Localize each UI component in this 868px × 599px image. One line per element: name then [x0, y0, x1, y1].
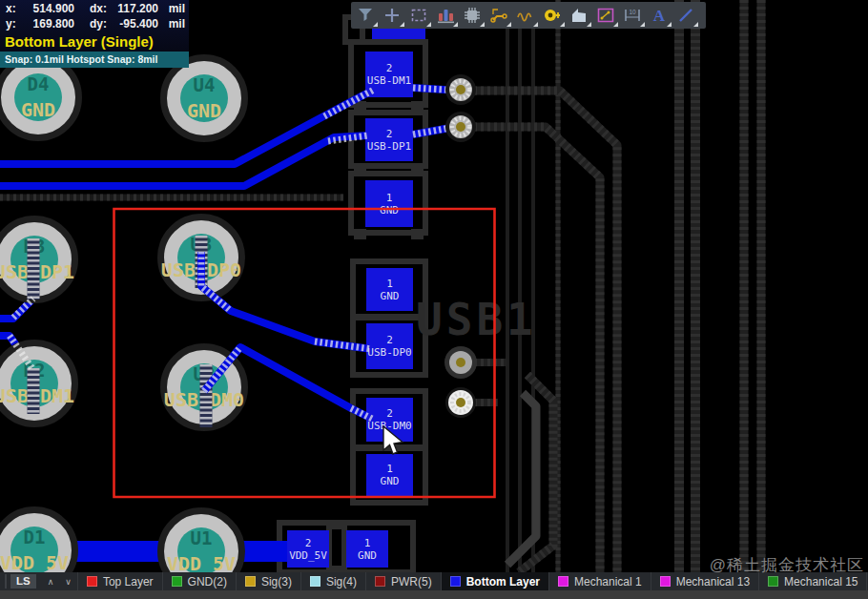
via-tool[interactable] [539, 3, 566, 28]
heads-up-display: x: 514.900 dx: 117.200 mil y: 169.800 dy… [0, 0, 189, 68]
pad-stack-icon [436, 6, 455, 25]
layer-color-swatch [310, 576, 320, 587]
layer-tab-bottom-layer[interactable]: Bottom Layer [441, 572, 548, 590]
dropdown-corner-icon [560, 22, 565, 27]
y-value: 169.800 [21, 17, 74, 31]
layer-color-swatch [87, 576, 97, 587]
layer-color-swatch [558, 576, 568, 587]
mouse-cursor [382, 425, 404, 462]
status-strip [0, 590, 868, 599]
layer-tab-label: PWR(5) [391, 575, 432, 589]
layer-tab-label: Bottom Layer [466, 575, 540, 589]
differential-pair-tool[interactable] [512, 3, 539, 28]
y-label: y: [6, 17, 21, 31]
dropdown-corner-icon [373, 22, 378, 27]
layer-tab-sig-3-[interactable]: Sig(3) [236, 572, 300, 590]
dropdown-corner-icon [453, 22, 458, 27]
dropdown-corner-icon [506, 22, 511, 27]
edge-route-tool[interactable] [592, 3, 619, 28]
dropdown-corner-icon [693, 22, 698, 27]
dropdown-corner-icon [480, 22, 485, 27]
interactive-route-tool[interactable] [486, 3, 512, 28]
polygon-icon [569, 6, 589, 25]
layer-sets-button[interactable]: LS [10, 574, 36, 589]
chevron-down-icon[interactable]: ∨ [59, 577, 77, 587]
layer-tab-label: Top Layer [103, 575, 154, 589]
polygon-pour-tool[interactable] [566, 3, 592, 28]
layer-color-swatch [375, 576, 385, 587]
svg-text:10: 10 [629, 9, 636, 15]
dimension-icon: 10 [623, 6, 642, 25]
dropdown-corner-icon [613, 22, 618, 27]
x-value: 514.900 [21, 2, 74, 15]
via-icon [543, 6, 562, 25]
snap-info: Snap: 0.1mil Hotspot Snap: 8mil [0, 52, 189, 68]
pad-tool[interactable] [432, 3, 459, 28]
chip-icon [463, 6, 482, 25]
layer-tab-sig-4-[interactable]: Sig(4) [300, 572, 365, 590]
dx-value: 117.200 [107, 2, 158, 15]
dropdown-corner-icon [587, 22, 591, 27]
select-area-tool[interactable] [405, 3, 432, 28]
dropdown-corner-icon [533, 22, 538, 27]
layer-tab-label: Sig(4) [326, 575, 357, 589]
dx-unit: mil [158, 2, 185, 15]
chevron-up-icon[interactable]: ∧ [42, 577, 60, 587]
layer-color-swatch [660, 576, 671, 587]
dx-label: dx: [74, 2, 107, 15]
line-tool[interactable] [672, 3, 699, 28]
dy-label: dy: [74, 17, 107, 31]
layer-color-swatch [245, 576, 256, 587]
layer-tab-label: Mechanical 13 [676, 575, 750, 589]
route-icon [489, 6, 508, 25]
line-icon [676, 6, 695, 25]
dimension-tool[interactable]: 10 [619, 3, 646, 28]
crosshair-icon [382, 6, 402, 25]
dropdown-corner-icon [640, 22, 645, 27]
selection-marquee-layer [0, 0, 868, 599]
active-layer-indicator: Bottom Layer (Single) [0, 31, 189, 52]
dy-unit: mil [158, 17, 185, 31]
filter-icon [356, 6, 375, 25]
hud-row-y: y: 169.800 dy: -95.400 mil [0, 15, 189, 31]
selection-box-icon [409, 6, 428, 25]
selection-rectangle [114, 209, 495, 497]
move-tool[interactable] [379, 3, 405, 28]
layer-tab-gnd-2-[interactable]: GND(2) [162, 572, 236, 590]
layer-tab-label: Sig(3) [261, 575, 292, 589]
filter-tool[interactable] [352, 3, 379, 28]
dropdown-corner-icon [426, 22, 431, 27]
text-a-icon: A [650, 6, 669, 25]
layer-tab-mechanical-1[interactable]: Mechanical 1 [548, 572, 651, 590]
layer-color-swatch [450, 576, 461, 587]
layer-tab-label: Mechanical 15 [784, 575, 858, 589]
current-layer-swatch[interactable] [5, 574, 7, 589]
layer-color-swatch [768, 576, 778, 587]
dropdown-corner-icon [667, 22, 672, 27]
hud-row-x: x: 514.900 dx: 117.200 mil [0, 0, 189, 15]
layer-tab-label: GND(2) [188, 575, 227, 589]
layer-tab-label: Mechanical 1 [574, 575, 642, 589]
diff-pair-icon [516, 6, 535, 25]
layer-tab-top-layer[interactable]: Top Layer [77, 572, 162, 590]
watermark: @稀土掘金技术社区 [710, 554, 864, 576]
pcb-editor-window: USB1 D4GNDU4GNDD3USB-DP1U3USB-DP0D2USB-D… [0, 0, 868, 599]
layer-color-swatch [172, 576, 182, 587]
text-string-tool[interactable]: A [646, 3, 672, 28]
dropdown-corner-icon [400, 22, 404, 27]
dy-value: -95.400 [107, 17, 158, 31]
edge-line-icon [596, 6, 615, 25]
toolbar: 10A [351, 2, 706, 29]
component-tool[interactable] [459, 3, 486, 28]
layer-tab-pwr-5-[interactable]: PWR(5) [365, 572, 441, 590]
x-label: x: [6, 2, 21, 15]
svg-text:A: A [653, 7, 666, 25]
